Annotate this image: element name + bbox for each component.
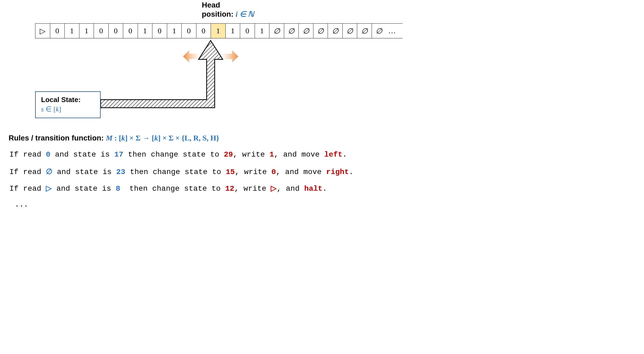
local-state-math: s ∈ [k] [41, 105, 95, 113]
tape-cell: ∅ [357, 23, 372, 38]
tape-cell: 1 [225, 23, 240, 38]
tape-cell: 0 [181, 23, 196, 38]
tape-cell: 0 [94, 23, 108, 38]
tape-cell: 0 [108, 23, 123, 38]
rules-ellipsis: ... [15, 200, 28, 209]
rule-line: If read ▷ and state is 8 then change sta… [9, 184, 327, 193]
tape-cell: ∅ [313, 23, 328, 38]
tape-cell: ▷ [35, 23, 50, 38]
tape-cell: ∅ [342, 23, 357, 38]
tape-ellipsis: … [386, 23, 402, 38]
move-right-arrow-icon [223, 50, 239, 64]
tape-cell: 0 [240, 23, 255, 38]
tape-cell-head: 1 [211, 23, 225, 38]
head-label: Head position: i ∈ ℕ [202, 1, 254, 19]
tape-cell: 1 [79, 23, 94, 38]
tape-cell: 0 [152, 23, 167, 38]
tape-cell: ∅ [269, 23, 284, 38]
tape-cell: ∅ [284, 23, 299, 38]
rule-line: If read ∅ and state is 23 then change st… [9, 167, 353, 176]
rules-heading: Rules / transition function: M : [k] × Σ… [9, 134, 219, 142]
tape-cell: 1 [64, 23, 79, 38]
head-pointer-arrow-icon [101, 39, 229, 109]
tape-cell: ∅ [298, 23, 313, 38]
local-state-title: Local State: [41, 96, 95, 104]
local-state-box: Local State: s ∈ [k] [35, 91, 101, 118]
tape: ▷ 0 1 1 0 0 0 1 0 1 0 0 1 1 0 1 ∅ ∅ ∅ ∅ … [35, 23, 402, 38]
tape-cell: ∅ [372, 23, 386, 38]
rule-line: If read 0 and state is 17 then change st… [9, 150, 347, 159]
tape-cell: 0 [123, 23, 138, 38]
turing-machine-diagram: Head position: i ∈ ℕ ▷ 0 1 1 0 0 0 1 0 1… [0, 0, 402, 221]
tape-cell: 0 [196, 23, 211, 38]
tape-cell: ∅ [328, 23, 342, 38]
head-label-line1: Head [202, 1, 254, 10]
tape-cell: 1 [138, 23, 152, 38]
head-label-line2: position: i ∈ ℕ [202, 10, 254, 19]
head-position-math: i ∈ ℕ [236, 10, 254, 18]
rules-heading-math: M : [k] × Σ → [k] × Σ × {L, R, S, H} [106, 134, 219, 142]
tape-cell: 1 [167, 23, 182, 38]
move-left-arrow-icon [182, 50, 199, 64]
tape-cell: 0 [50, 23, 65, 38]
tape-cell: 1 [255, 23, 269, 38]
